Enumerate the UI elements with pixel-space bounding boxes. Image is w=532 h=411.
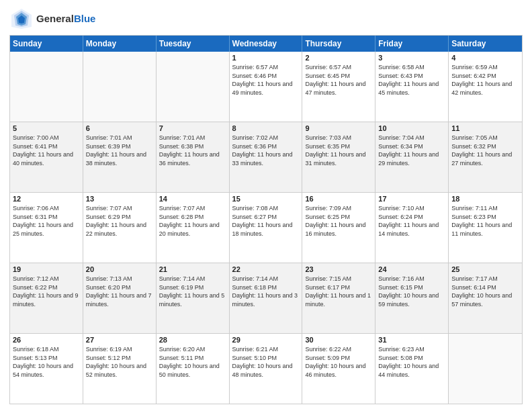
day-number: 7 bbox=[159, 124, 226, 132]
day-number: 20 bbox=[86, 265, 153, 273]
day-number: 25 bbox=[451, 265, 519, 273]
day-detail: Sunrise: 7:07 AMSunset: 6:28 PMDaylight:… bbox=[159, 204, 226, 238]
day-number: 15 bbox=[232, 195, 300, 203]
day-number: 8 bbox=[232, 124, 300, 132]
cal-cell: 18Sunrise: 7:11 AMSunset: 6:23 PMDayligh… bbox=[449, 193, 522, 263]
cal-cell: 13Sunrise: 7:07 AMSunset: 6:29 PMDayligh… bbox=[83, 193, 157, 263]
day-detail: Sunrise: 7:03 AMSunset: 6:35 PMDaylight:… bbox=[305, 134, 372, 167]
cal-cell: 15Sunrise: 7:08 AMSunset: 6:27 PMDayligh… bbox=[230, 193, 303, 263]
cal-cell: 17Sunrise: 7:10 AMSunset: 6:24 PMDayligh… bbox=[375, 193, 449, 263]
day-number: 26 bbox=[13, 336, 80, 344]
day-number: 5 bbox=[13, 124, 80, 132]
page: GeneralBlue SundayMondayTuesdayWednesday… bbox=[0, 0, 532, 411]
cal-cell: 29Sunrise: 6:21 AMSunset: 5:10 PMDayligh… bbox=[230, 334, 303, 404]
cal-cell bbox=[449, 334, 522, 404]
day-detail: Sunrise: 6:57 AMSunset: 6:45 PMDaylight:… bbox=[305, 63, 372, 97]
day-number: 18 bbox=[451, 195, 519, 203]
day-detail: Sunrise: 7:01 AMSunset: 6:39 PMDaylight:… bbox=[86, 134, 153, 167]
day-number: 31 bbox=[378, 336, 445, 344]
day-number: 24 bbox=[378, 265, 445, 273]
day-number: 10 bbox=[378, 124, 445, 132]
day-detail: Sunrise: 6:59 AMSunset: 6:42 PMDaylight:… bbox=[451, 63, 519, 97]
day-detail: Sunrise: 7:08 AMSunset: 6:27 PMDaylight:… bbox=[232, 204, 300, 238]
day-detail: Sunrise: 7:09 AMSunset: 6:25 PMDaylight:… bbox=[305, 204, 372, 238]
day-detail: Sunrise: 7:02 AMSunset: 6:36 PMDaylight:… bbox=[232, 134, 300, 167]
day-detail: Sunrise: 6:21 AMSunset: 5:10 PMDaylight:… bbox=[232, 345, 300, 379]
cal-cell: 16Sunrise: 7:09 AMSunset: 6:25 PMDayligh… bbox=[302, 193, 375, 263]
cal-cell: 27Sunrise: 6:19 AMSunset: 5:12 PMDayligh… bbox=[83, 334, 157, 404]
cal-cell: 30Sunrise: 6:22 AMSunset: 5:09 PMDayligh… bbox=[302, 334, 375, 404]
day-number: 17 bbox=[378, 195, 445, 203]
cal-week-3: 12Sunrise: 7:06 AMSunset: 6:31 PMDayligh… bbox=[10, 192, 522, 263]
cal-cell: 31Sunrise: 6:23 AMSunset: 5:08 PMDayligh… bbox=[375, 334, 449, 404]
cal-week-5: 26Sunrise: 6:18 AMSunset: 5:13 PMDayligh… bbox=[10, 333, 522, 404]
cal-week-1: 1Sunrise: 6:57 AMSunset: 6:46 PMDaylight… bbox=[10, 52, 522, 122]
cal-cell: 8Sunrise: 7:02 AMSunset: 6:36 PMDaylight… bbox=[230, 122, 303, 192]
cal-cell: 22Sunrise: 7:14 AMSunset: 6:18 PMDayligh… bbox=[230, 263, 303, 333]
logo-icon bbox=[9, 7, 34, 31]
day-detail: Sunrise: 6:19 AMSunset: 5:12 PMDaylight:… bbox=[86, 345, 153, 379]
cal-cell: 21Sunrise: 7:14 AMSunset: 6:19 PMDayligh… bbox=[157, 263, 230, 333]
day-detail: Sunrise: 6:58 AMSunset: 6:43 PMDaylight:… bbox=[378, 63, 445, 97]
cal-cell: 24Sunrise: 7:16 AMSunset: 6:15 PMDayligh… bbox=[375, 263, 449, 333]
day-detail: Sunrise: 7:05 AMSunset: 6:32 PMDaylight:… bbox=[451, 134, 519, 167]
day-number: 23 bbox=[305, 265, 372, 273]
cal-header-saturday: Saturday bbox=[449, 36, 522, 52]
day-detail: Sunrise: 7:13 AMSunset: 6:20 PMDaylight:… bbox=[86, 275, 153, 308]
cal-cell: 23Sunrise: 7:15 AMSunset: 6:17 PMDayligh… bbox=[302, 263, 375, 333]
day-detail: Sunrise: 7:04 AMSunset: 6:34 PMDaylight:… bbox=[378, 134, 445, 167]
day-number: 28 bbox=[159, 336, 226, 344]
cal-week-2: 5Sunrise: 7:00 AMSunset: 6:41 PMDaylight… bbox=[10, 122, 522, 192]
cal-cell: 20Sunrise: 7:13 AMSunset: 6:20 PMDayligh… bbox=[83, 263, 157, 333]
header: GeneralBlue bbox=[9, 7, 523, 31]
day-detail: Sunrise: 7:11 AMSunset: 6:23 PMDaylight:… bbox=[451, 204, 519, 238]
cal-cell: 11Sunrise: 7:05 AMSunset: 6:32 PMDayligh… bbox=[449, 122, 522, 192]
calendar-body: 1Sunrise: 6:57 AMSunset: 6:46 PMDaylight… bbox=[10, 52, 522, 404]
cal-cell: 10Sunrise: 7:04 AMSunset: 6:34 PMDayligh… bbox=[375, 122, 449, 192]
day-detail: Sunrise: 6:57 AMSunset: 6:46 PMDaylight:… bbox=[232, 63, 300, 97]
day-number: 21 bbox=[159, 265, 226, 273]
cal-cell: 7Sunrise: 7:01 AMSunset: 6:38 PMDaylight… bbox=[157, 122, 230, 192]
day-number: 16 bbox=[305, 195, 372, 203]
cal-header-thursday: Thursday bbox=[302, 36, 375, 52]
day-number: 12 bbox=[13, 195, 80, 203]
day-detail: Sunrise: 7:01 AMSunset: 6:38 PMDaylight:… bbox=[159, 134, 226, 167]
day-detail: Sunrise: 6:22 AMSunset: 5:09 PMDaylight:… bbox=[305, 345, 372, 379]
day-detail: Sunrise: 7:10 AMSunset: 6:24 PMDaylight:… bbox=[378, 204, 445, 238]
day-detail: Sunrise: 7:15 AMSunset: 6:17 PMDaylight:… bbox=[305, 275, 372, 308]
day-number: 14 bbox=[159, 195, 226, 203]
cal-cell bbox=[83, 52, 157, 122]
cal-cell: 1Sunrise: 6:57 AMSunset: 6:46 PMDaylight… bbox=[230, 52, 303, 122]
day-detail: Sunrise: 7:14 AMSunset: 6:18 PMDaylight:… bbox=[232, 275, 300, 308]
cal-cell: 14Sunrise: 7:07 AMSunset: 6:28 PMDayligh… bbox=[157, 193, 230, 263]
day-number: 4 bbox=[451, 54, 519, 62]
day-detail: Sunrise: 6:18 AMSunset: 5:13 PMDaylight:… bbox=[13, 345, 80, 379]
day-number: 2 bbox=[305, 54, 372, 62]
cal-header-tuesday: Tuesday bbox=[157, 36, 230, 52]
day-detail: Sunrise: 7:00 AMSunset: 6:41 PMDaylight:… bbox=[13, 134, 80, 167]
day-detail: Sunrise: 7:06 AMSunset: 6:31 PMDaylight:… bbox=[13, 204, 80, 238]
cal-cell: 19Sunrise: 7:12 AMSunset: 6:22 PMDayligh… bbox=[10, 263, 83, 333]
logo-area: GeneralBlue bbox=[9, 7, 95, 31]
cal-cell: 6Sunrise: 7:01 AMSunset: 6:39 PMDaylight… bbox=[83, 122, 157, 192]
calendar-header-row: SundayMondayTuesdayWednesdayThursdayFrid… bbox=[10, 36, 522, 52]
calendar: SundayMondayTuesdayWednesdayThursdayFrid… bbox=[9, 35, 523, 404]
logo-general-text: General bbox=[36, 13, 74, 24]
cal-cell: 2Sunrise: 6:57 AMSunset: 6:45 PMDaylight… bbox=[302, 52, 375, 122]
cal-header-monday: Monday bbox=[83, 36, 157, 52]
cal-cell: 9Sunrise: 7:03 AMSunset: 6:35 PMDaylight… bbox=[302, 122, 375, 192]
day-number: 30 bbox=[305, 336, 372, 344]
cal-week-4: 19Sunrise: 7:12 AMSunset: 6:22 PMDayligh… bbox=[10, 263, 522, 333]
cal-header-friday: Friday bbox=[375, 36, 449, 52]
day-number: 27 bbox=[86, 336, 153, 344]
day-number: 6 bbox=[86, 124, 153, 132]
cal-header-wednesday: Wednesday bbox=[230, 36, 303, 52]
day-detail: Sunrise: 6:20 AMSunset: 5:11 PMDaylight:… bbox=[159, 345, 226, 379]
day-number: 29 bbox=[232, 336, 300, 344]
cal-cell: 28Sunrise: 6:20 AMSunset: 5:11 PMDayligh… bbox=[157, 334, 230, 404]
day-number: 19 bbox=[13, 265, 80, 273]
cal-cell bbox=[157, 52, 230, 122]
day-number: 13 bbox=[86, 195, 153, 203]
cal-cell: 25Sunrise: 7:17 AMSunset: 6:14 PMDayligh… bbox=[449, 263, 522, 333]
day-detail: Sunrise: 7:07 AMSunset: 6:29 PMDaylight:… bbox=[86, 204, 153, 238]
